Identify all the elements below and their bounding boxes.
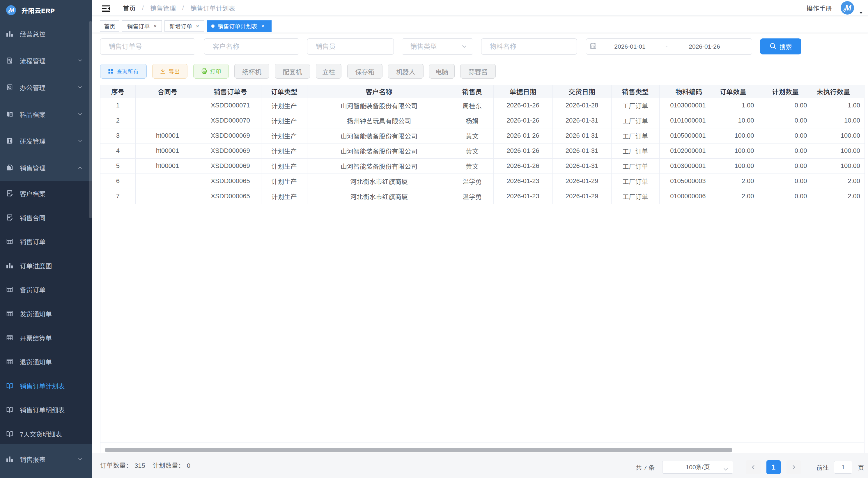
svg-text:M: M	[845, 3, 852, 12]
svg-text:M: M	[9, 7, 14, 13]
